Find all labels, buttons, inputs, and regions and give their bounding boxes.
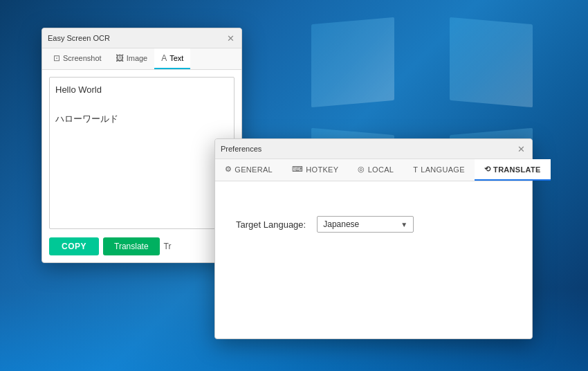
tab-image[interactable]: 🖼 Image <box>109 48 155 69</box>
translate-button[interactable]: Translate <box>103 237 160 255</box>
gear-icon: ⚙ <box>225 165 232 174</box>
tab-general-label: GENERAL <box>235 165 273 174</box>
translate-icon: ⟲ <box>484 165 490 174</box>
preferences-window: Preferences ✕ ⚙ GENERAL ⌨ HOTKEY ◎ LOCAL… <box>214 138 533 339</box>
copy-button[interactable]: COPY <box>49 237 99 255</box>
ocr-window: Easy Screen OCR ✕ ⊡ Screenshot 🖼 Image A… <box>42 28 242 263</box>
keyboard-icon: ⌨ <box>292 165 303 174</box>
text-icon: A <box>161 53 167 63</box>
tab-language[interactable]: T LANGUAGE <box>403 159 475 181</box>
image-icon: 🖼 <box>116 53 124 63</box>
ocr-button-row: COPY Translate Tr <box>49 237 235 255</box>
screenshot-icon: ⊡ <box>53 53 60 63</box>
tab-text[interactable]: A Text <box>154 48 190 69</box>
globe-icon: ◎ <box>358 165 365 174</box>
preferences-close-button[interactable]: ✕ <box>515 143 526 154</box>
tab-hotkey[interactable]: ⌨ HOTKEY <box>282 159 348 181</box>
ocr-window-title: Easy Screen OCR <box>48 34 110 42</box>
target-language-select[interactable]: Japanese ▼ <box>317 216 414 233</box>
more-button[interactable]: Tr <box>164 242 172 251</box>
tab-image-label: Image <box>127 54 148 62</box>
ocr-tab-bar: ⊡ Screenshot 🖼 Image A Text <box>42 48 241 70</box>
ocr-content-area: COPY Translate Tr <box>42 70 241 262</box>
target-language-value: Japanese <box>323 219 359 229</box>
text-lang-icon: T <box>413 165 418 174</box>
tab-language-label: LANGUAGE <box>421 165 465 174</box>
tab-translate[interactable]: ⟲ TRANSLATE <box>475 159 551 181</box>
tab-hotkey-label: HOTKEY <box>306 165 338 174</box>
tab-screenshot[interactable]: ⊡ Screenshot <box>46 48 109 69</box>
tab-text-label: Text <box>169 54 183 62</box>
preferences-tab-bar: ⚙ GENERAL ⌨ HOTKEY ◎ LOCAL T LANGUAGE ⟲ … <box>215 159 532 181</box>
tab-local-label: LOCAL <box>368 165 394 174</box>
ocr-result-textarea[interactable] <box>49 77 235 229</box>
target-language-label: Target Language: <box>236 219 306 230</box>
ocr-close-button[interactable]: ✕ <box>225 33 236 44</box>
tab-translate-label: TRANSLATE <box>493 165 541 174</box>
preferences-content: Target Language: Japanese ▼ <box>215 181 532 334</box>
tab-screenshot-label: Screenshot <box>63 54 102 62</box>
desktop: Easy Screen OCR ✕ ⊡ Screenshot 🖼 Image A… <box>0 0 588 371</box>
target-language-row: Target Language: Japanese ▼ <box>236 216 511 233</box>
ocr-titlebar: Easy Screen OCR ✕ <box>42 28 241 48</box>
preferences-window-title: Preferences <box>221 145 261 153</box>
tab-general[interactable]: ⚙ GENERAL <box>215 159 282 181</box>
preferences-titlebar: Preferences ✕ <box>215 139 532 159</box>
tab-local[interactable]: ◎ LOCAL <box>348 159 403 181</box>
chevron-down-icon: ▼ <box>401 221 407 228</box>
